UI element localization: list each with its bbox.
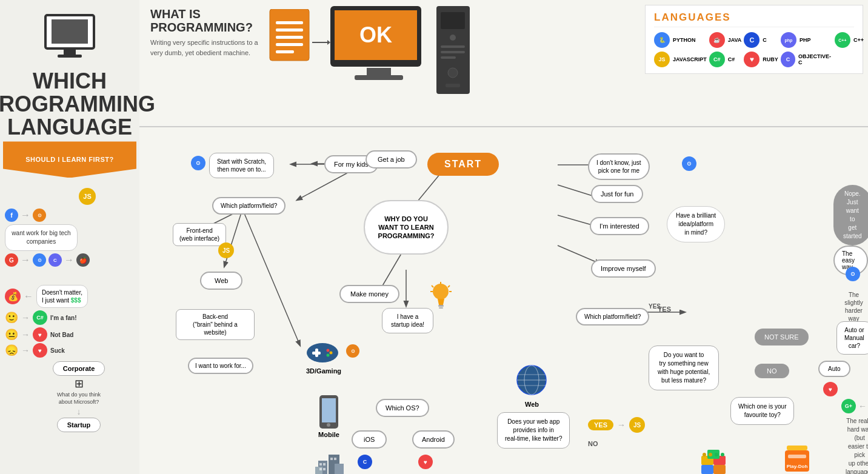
auto-lang-icon: ♥ — [823, 382, 838, 396]
lego-icon — [700, 449, 730, 474]
objc-icon: C — [781, 52, 795, 67]
playdoh-node: Play-Doh Play-Doh ♥ — [782, 442, 812, 474]
yes-label: YES — [658, 303, 671, 314]
arrow-to-scratch — [288, 159, 327, 169]
python-label: PYTHON — [673, 37, 696, 43]
svg-text:Play-Doh: Play-Doh — [787, 464, 808, 469]
get-a-job-node: Get a job — [366, 150, 417, 169]
ruby-icon: ♥ — [33, 327, 47, 342]
yes-text: YES — [658, 305, 671, 313]
lego-node: Lego ⊙ — [700, 449, 730, 474]
svg-rect-42 — [438, 305, 444, 307]
svg-rect-2 — [64, 48, 76, 55]
what-is-section: WHAT ISPROGRAMMING? Writing very specifi… — [150, 7, 272, 58]
svg-rect-3 — [58, 55, 82, 58]
c-label: C — [763, 37, 767, 43]
easy-way-icon: ⊙ — [846, 267, 860, 281]
ms-icon: ⊞ — [75, 377, 84, 390]
globe-icon — [515, 364, 549, 397]
lightbulb-svg — [430, 282, 452, 309]
try-something-label: Do you want totry something newwith huge… — [649, 345, 719, 390]
backend-label: Back-end("brain" behind a website) — [176, 309, 255, 340]
start-label: START — [427, 153, 499, 176]
banner-subtitle-chevron: SHOULD I LEARN FIRST? — [3, 141, 136, 178]
yes-js-content: YES → JS — [588, 417, 645, 433]
banner-title: WHICH PROGRAMMING LANGUAGE — [0, 70, 155, 138]
svg-point-57 — [327, 423, 330, 427]
php-lang: php PHP — [781, 32, 832, 48]
not-sure-label: NOT SURE — [755, 329, 809, 345]
gaming-node: ⊙ 3D/Gaming — [306, 339, 341, 375]
ruby-lang: ♥ RUBY — [744, 52, 778, 67]
pick-one-icon: ⊙ — [682, 156, 696, 171]
not-sure-node: NOT SURE — [755, 329, 809, 345]
yes-js-row: YES → JS — [588, 417, 645, 433]
svg-rect-10 — [276, 50, 294, 53]
mobile-label: Mobile — [318, 431, 339, 438]
nope-label: Nope.Just want toget started — [833, 185, 868, 245]
csharp-icon: C# — [33, 310, 47, 325]
svg-rect-56 — [322, 398, 336, 422]
objc-lang: C OBJECTIVE-C — [781, 52, 832, 67]
cplusplus-icon: C — [48, 253, 62, 267]
tower-pc-icon — [433, 6, 476, 100]
just-for-fun-label: Just for fun — [591, 185, 643, 203]
svg-text:OK: OK — [359, 22, 392, 47]
android-node: Android — [412, 430, 455, 449]
scratch-icon: ⊙ — [191, 156, 205, 170]
corporate-node: Corporate — [53, 361, 105, 376]
left-banner: WHICH PROGRAMMING LANGUAGE SHOULD I LEAR… — [0, 0, 139, 474]
improve-myself-node: Improve myself — [591, 259, 656, 278]
no2-node: NO — [755, 364, 789, 378]
yes2-label: YES — [588, 419, 613, 430]
python-lang: 🐍 PYTHON — [654, 32, 707, 48]
svg-rect-76 — [701, 465, 713, 474]
doesnt-matter-row: 💰 ← Doesn't matter,I just want $$$ — [5, 285, 135, 308]
svg-rect-65 — [323, 468, 326, 470]
im-a-fan-label: I'm a fan! — [50, 315, 77, 321]
suck-row: 😞 → ♥ Suck — [5, 343, 135, 358]
php-icon: php — [781, 32, 796, 48]
svg-rect-6 — [276, 21, 303, 24]
does-web-app-node: Does your web appprovides info inreal-ti… — [497, 412, 570, 449]
svg-rect-1 — [52, 19, 88, 44]
arrow-fan: → — [21, 313, 30, 322]
csharp-icon: C# — [709, 52, 725, 67]
which-platform2-label: Which platform/field? — [576, 308, 649, 325]
easy-way-lang-icon: ⊙ — [846, 267, 860, 281]
svg-point-79 — [709, 453, 712, 456]
auto-manual-label: Auto orManual car? — [836, 321, 868, 355]
backend-node: Back-end("brain" behind a website) — [176, 309, 255, 340]
lightbulb-icon — [430, 282, 452, 312]
which-os-node: Which OS? — [376, 399, 429, 417]
arrow-right-icon2: → — [21, 255, 30, 265]
start-node: START — [427, 153, 499, 176]
big-tech-row: f → ⊙ — [5, 209, 135, 222]
main-question-label: WHY DO YOUWANT TO LEARNPROGRAMMING? — [364, 200, 449, 255]
auto-label: Auto — [818, 361, 850, 377]
php-label: PHP — [800, 37, 811, 43]
arrow-gplus: ← — [858, 401, 867, 411]
auto-manual-node: Auto orManual car? — [836, 321, 868, 355]
languages-grid: 🐍 PYTHON ☕ JAVA C C php PHP C++ C++ JS J… — [654, 32, 854, 67]
auto-node: Auto — [818, 361, 850, 377]
chrome2-icon: ⊙ — [33, 253, 46, 267]
no2-label: NO — [755, 364, 789, 378]
svg-point-20 — [450, 35, 456, 41]
csharp-lang: C# C# — [709, 52, 742, 67]
svg-rect-8 — [276, 36, 303, 39]
enterprise-icon — [315, 449, 346, 474]
startup-idea-node: I have astartup idea! — [382, 308, 433, 333]
which-platform-node: Which platform/field? — [212, 197, 285, 215]
auto-ruby-icon: ♥ — [823, 382, 838, 396]
nope-node: Nope.Just want toget started — [833, 185, 868, 245]
svg-point-49 — [307, 343, 338, 362]
try-something-node: Do you want totry something newwith huge… — [649, 345, 719, 390]
want-work-bubble: I want to work for... want work for big … — [5, 224, 78, 251]
make-money-node: Make money — [339, 285, 399, 303]
android-label: Android — [412, 430, 455, 449]
i-want-work-label: I want to work for... — [188, 358, 253, 374]
which-os-label: Which OS? — [376, 399, 429, 417]
svg-rect-7 — [276, 28, 303, 32]
left-side-items: f → ⊙ I want to work for... want work fo… — [0, 206, 139, 432]
